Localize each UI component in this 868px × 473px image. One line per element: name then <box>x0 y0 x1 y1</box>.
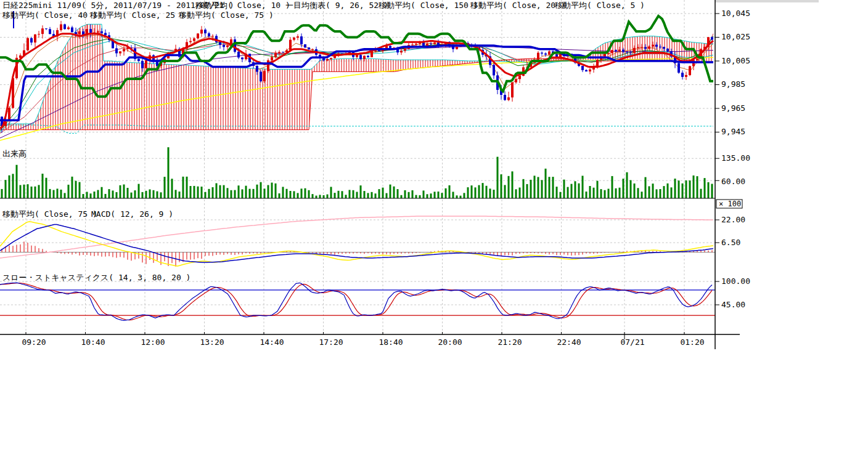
candle-body <box>652 45 654 47</box>
volume-bar <box>456 195 458 198</box>
volume-bar <box>526 184 528 198</box>
candle-body <box>71 28 73 33</box>
volume-bar <box>168 147 170 198</box>
volume-bar <box>1 189 3 198</box>
candle-body <box>389 46 391 48</box>
volume-bar <box>371 192 373 198</box>
volume-bar <box>582 176 584 198</box>
volume-bar <box>519 188 521 199</box>
candle-body <box>415 44 417 45</box>
volume-bar <box>216 184 218 199</box>
chart-canvas: 日経225mini 11/09( 5分, 2011/07/19 - 2011/0… <box>0 0 868 473</box>
price-tick-label: 10,005 <box>721 56 750 65</box>
volume-bar <box>208 189 210 198</box>
legend-ma25: 移動平均( Close, 25 ) <box>89 10 185 20</box>
candle-body <box>49 29 51 34</box>
price-tick-label: 10,025 <box>721 32 750 41</box>
volume-bar <box>541 180 543 198</box>
volume-bar <box>275 184 277 198</box>
volume-bar <box>682 184 684 198</box>
volume-bar <box>645 177 647 198</box>
volume-bar <box>623 179 624 198</box>
volume-bar <box>271 183 273 199</box>
volume-bar <box>382 188 384 198</box>
candle-body <box>681 73 684 77</box>
stoch-k-line <box>0 283 712 320</box>
time-tick-label: 09:20 <box>22 338 46 347</box>
volume-bar <box>449 185 451 198</box>
volume-bar <box>538 177 539 198</box>
volume-bar <box>256 185 258 198</box>
volume-bar <box>416 195 417 198</box>
volume-bar <box>75 181 77 198</box>
volume-bar <box>97 190 99 199</box>
volume-bar <box>260 182 262 198</box>
volume-bar <box>79 182 81 198</box>
candle-body <box>234 39 236 52</box>
volume-bar <box>153 190 155 198</box>
candle-body <box>541 53 543 54</box>
volume-bar <box>16 165 18 198</box>
candle-body <box>97 31 99 33</box>
volume-bar <box>242 189 244 198</box>
volume-bar <box>386 193 388 198</box>
candle-body <box>241 57 244 59</box>
volume-bar <box>700 189 702 198</box>
stoch-axis: 100.00 45.00 <box>721 277 750 309</box>
candle-body <box>63 25 66 30</box>
macd-tick-label: 22.00 <box>721 215 745 224</box>
volume-bar <box>160 192 162 198</box>
candle-body <box>297 36 299 38</box>
volume-bar <box>127 188 129 198</box>
volume-bar <box>512 171 514 198</box>
volume-bar <box>630 180 632 199</box>
candle-body <box>596 60 599 66</box>
candle-body <box>433 42 436 44</box>
macd-ma75-line <box>0 216 713 258</box>
candle-body <box>200 30 203 33</box>
volume-bar <box>671 187 673 198</box>
volume-bar <box>619 188 621 198</box>
candle-body <box>711 37 713 39</box>
volume-bar <box>704 178 706 198</box>
volume-bar <box>652 184 654 198</box>
volume-bar <box>35 187 36 198</box>
candle-body <box>367 56 369 57</box>
candle-body <box>45 28 47 29</box>
volume-bar <box>434 192 436 198</box>
volume-bar <box>142 192 144 198</box>
volume-bar <box>534 176 536 198</box>
macd-label: MACD( 12, 26, 9 ) <box>91 209 173 219</box>
candle-body <box>581 66 584 70</box>
volume-axis: 135.00 60.00 <box>721 153 750 186</box>
volume-bar <box>64 193 66 198</box>
volume-bar <box>112 190 114 198</box>
macd-signal-line <box>0 225 713 263</box>
candle-body <box>115 48 118 53</box>
price-axis: 10,045 10,025 10,005 9,985 9,965 9,945 <box>721 9 750 136</box>
volume-bar <box>312 194 314 198</box>
candle-body <box>145 60 147 68</box>
macd-axis: 22.00 6.50 <box>721 215 745 247</box>
candle-body <box>219 42 221 45</box>
time-tick-label: 10:40 <box>81 338 105 347</box>
volume-bar <box>593 188 595 198</box>
volume-bar <box>249 189 251 198</box>
volume-bar <box>467 187 469 198</box>
candle-body <box>404 49 406 51</box>
candle-body <box>330 58 332 59</box>
volume-bar <box>404 190 406 198</box>
macd-tick-label: 6.50 <box>721 238 740 247</box>
volume-bar <box>441 193 443 198</box>
volume-bar <box>515 189 517 198</box>
candle-body <box>589 70 591 71</box>
volume-bar <box>308 190 310 198</box>
volume-bar <box>297 193 299 198</box>
legend-ma75: 移動平均( Close, 75 ) <box>178 10 274 20</box>
volume-bar <box>101 187 103 198</box>
candle-body <box>278 52 280 53</box>
volume-bar <box>212 187 214 198</box>
volume-bar <box>482 183 484 198</box>
volume-bar <box>597 181 599 198</box>
volume-bar <box>286 189 288 198</box>
